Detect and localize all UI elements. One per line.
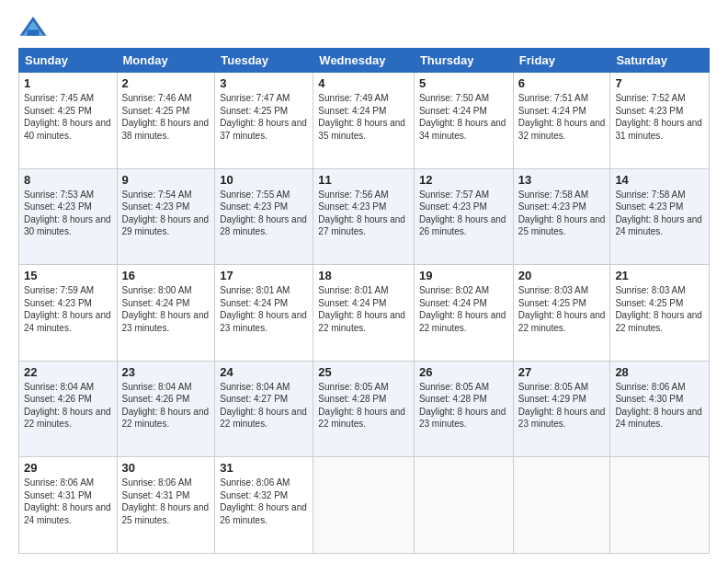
day-number: 28 <box>615 365 704 379</box>
day-info: Sunrise: 7:56 AMSunset: 4:23 PMDaylight:… <box>318 190 405 237</box>
logo <box>18 15 51 40</box>
day-number: 5 <box>419 76 508 90</box>
day-info: Sunrise: 8:06 AMSunset: 4:30 PMDaylight:… <box>615 382 702 430</box>
calendar-cell: 23Sunrise: 8:04 AMSunset: 4:26 PMDayligh… <box>117 361 215 457</box>
day-info: Sunrise: 7:47 AMSunset: 4:25 PMDaylight:… <box>220 93 307 141</box>
day-info: Sunrise: 7:55 AMSunset: 4:23 PMDaylight:… <box>220 190 307 237</box>
svg-rect-2 <box>28 29 40 35</box>
day-info: Sunrise: 8:04 AMSunset: 4:26 PMDaylight:… <box>24 382 111 430</box>
day-number: 18 <box>318 269 409 282</box>
day-number: 7 <box>615 76 704 90</box>
calendar-cell: 15Sunrise: 7:59 AMSunset: 4:23 PMDayligh… <box>19 265 118 362</box>
day-info: Sunrise: 7:52 AMSunset: 4:23 PMDaylight:… <box>615 93 702 141</box>
calendar-cell: 13Sunrise: 7:58 AMSunset: 4:23 PMDayligh… <box>513 168 610 265</box>
calendar-week-3: 15Sunrise: 7:59 AMSunset: 4:23 PMDayligh… <box>19 265 710 362</box>
calendar-cell: 17Sunrise: 8:01 AMSunset: 4:24 PMDayligh… <box>215 265 313 362</box>
day-info: Sunrise: 7:46 AMSunset: 4:25 PMDaylight:… <box>122 93 210 141</box>
day-number: 9 <box>122 173 210 187</box>
calendar-week-5: 29Sunrise: 8:06 AMSunset: 4:31 PMDayligh… <box>19 457 710 554</box>
calendar-week-2: 8Sunrise: 7:53 AMSunset: 4:23 PMDaylight… <box>19 168 710 265</box>
day-info: Sunrise: 8:06 AMSunset: 4:31 PMDaylight:… <box>122 477 210 525</box>
day-info: Sunrise: 7:45 AMSunset: 4:25 PMDaylight:… <box>24 93 111 141</box>
day-number: 25 <box>318 365 409 379</box>
calendar-cell: 27Sunrise: 8:05 AMSunset: 4:29 PMDayligh… <box>513 361 610 457</box>
day-number: 15 <box>24 269 112 282</box>
calendar-cell: 26Sunrise: 8:05 AMSunset: 4:28 PMDayligh… <box>414 361 513 457</box>
calendar-header-thursday: Thursday <box>414 49 513 73</box>
day-info: Sunrise: 8:02 AMSunset: 4:24 PMDaylight:… <box>419 285 506 333</box>
day-number: 13 <box>518 173 606 187</box>
day-number: 3 <box>220 76 308 90</box>
day-info: Sunrise: 8:04 AMSunset: 4:27 PMDaylight:… <box>220 382 307 430</box>
day-info: Sunrise: 8:06 AMSunset: 4:31 PMDaylight:… <box>24 477 111 525</box>
calendar-cell: 22Sunrise: 8:04 AMSunset: 4:26 PMDayligh… <box>19 361 118 457</box>
day-info: Sunrise: 7:51 AMSunset: 4:24 PMDaylight:… <box>518 93 606 141</box>
day-info: Sunrise: 8:03 AMSunset: 4:25 PMDaylight:… <box>615 285 702 333</box>
day-number: 6 <box>518 76 606 90</box>
day-number: 26 <box>419 365 508 379</box>
day-info: Sunrise: 8:05 AMSunset: 4:28 PMDaylight:… <box>419 382 506 430</box>
day-number: 14 <box>615 173 704 187</box>
day-info: Sunrise: 8:01 AMSunset: 4:24 PMDaylight:… <box>220 285 307 333</box>
day-info: Sunrise: 7:59 AMSunset: 4:23 PMDaylight:… <box>24 285 111 333</box>
day-info: Sunrise: 8:01 AMSunset: 4:24 PMDaylight:… <box>318 285 405 333</box>
day-number: 10 <box>220 173 308 187</box>
calendar-cell: 10Sunrise: 7:55 AMSunset: 4:23 PMDayligh… <box>215 168 313 265</box>
day-info: Sunrise: 8:05 AMSunset: 4:29 PMDaylight:… <box>518 382 606 430</box>
day-number: 1 <box>24 76 112 90</box>
calendar-cell: 16Sunrise: 8:00 AMSunset: 4:24 PMDayligh… <box>117 265 215 362</box>
logo-icon <box>18 15 48 40</box>
calendar-cell: 30Sunrise: 8:06 AMSunset: 4:31 PMDayligh… <box>117 457 215 554</box>
calendar-cell: 29Sunrise: 8:06 AMSunset: 4:31 PMDayligh… <box>19 457 118 554</box>
calendar-cell: 6Sunrise: 7:51 AMSunset: 4:24 PMDaylight… <box>513 73 610 169</box>
day-number: 20 <box>518 269 606 282</box>
day-info: Sunrise: 7:49 AMSunset: 4:24 PMDaylight:… <box>318 93 405 141</box>
calendar-cell: 9Sunrise: 7:54 AMSunset: 4:23 PMDaylight… <box>117 168 215 265</box>
calendar-cell: 12Sunrise: 7:57 AMSunset: 4:23 PMDayligh… <box>414 168 513 265</box>
calendar-cell: 5Sunrise: 7:50 AMSunset: 4:24 PMDaylight… <box>414 73 513 169</box>
calendar-week-1: 1Sunrise: 7:45 AMSunset: 4:25 PMDaylight… <box>19 73 710 169</box>
day-info: Sunrise: 7:58 AMSunset: 4:23 PMDaylight:… <box>518 190 606 237</box>
calendar-cell: 4Sunrise: 7:49 AMSunset: 4:24 PMDaylight… <box>313 73 415 169</box>
page: SundayMondayTuesdayWednesdayThursdayFrid… <box>0 0 728 563</box>
calendar-header-tuesday: Tuesday <box>215 49 313 73</box>
calendar-cell: 11Sunrise: 7:56 AMSunset: 4:23 PMDayligh… <box>313 168 415 265</box>
calendar-cell <box>610 457 710 554</box>
calendar-header-monday: Monday <box>117 49 215 73</box>
calendar-cell: 18Sunrise: 8:01 AMSunset: 4:24 PMDayligh… <box>313 265 415 362</box>
day-info: Sunrise: 8:03 AMSunset: 4:25 PMDaylight:… <box>518 285 606 333</box>
day-number: 4 <box>318 76 409 90</box>
calendar-cell: 21Sunrise: 8:03 AMSunset: 4:25 PMDayligh… <box>610 265 710 362</box>
calendar-cell: 19Sunrise: 8:02 AMSunset: 4:24 PMDayligh… <box>414 265 513 362</box>
day-info: Sunrise: 8:06 AMSunset: 4:32 PMDaylight:… <box>220 477 307 525</box>
day-number: 22 <box>24 365 112 379</box>
day-number: 31 <box>220 461 308 475</box>
calendar-week-4: 22Sunrise: 8:04 AMSunset: 4:26 PMDayligh… <box>19 361 710 457</box>
day-number: 30 <box>122 461 210 475</box>
day-number: 2 <box>122 76 210 90</box>
header <box>18 15 710 40</box>
day-number: 17 <box>220 269 308 282</box>
calendar-cell: 14Sunrise: 7:58 AMSunset: 4:23 PMDayligh… <box>610 168 710 265</box>
day-number: 24 <box>220 365 308 379</box>
day-number: 8 <box>24 173 112 187</box>
day-info: Sunrise: 8:00 AMSunset: 4:24 PMDaylight:… <box>122 285 210 333</box>
calendar: SundayMondayTuesdayWednesdayThursdayFrid… <box>18 48 710 554</box>
day-info: Sunrise: 7:57 AMSunset: 4:23 PMDaylight:… <box>419 190 506 237</box>
day-info: Sunrise: 7:58 AMSunset: 4:23 PMDaylight:… <box>615 190 702 237</box>
day-number: 29 <box>24 461 112 475</box>
day-number: 21 <box>615 269 704 282</box>
day-info: Sunrise: 7:53 AMSunset: 4:23 PMDaylight:… <box>24 190 111 237</box>
day-number: 27 <box>518 365 606 379</box>
calendar-cell: 7Sunrise: 7:52 AMSunset: 4:23 PMDaylight… <box>610 73 710 169</box>
calendar-cell: 31Sunrise: 8:06 AMSunset: 4:32 PMDayligh… <box>215 457 313 554</box>
calendar-cell: 2Sunrise: 7:46 AMSunset: 4:25 PMDaylight… <box>117 73 215 169</box>
calendar-header-saturday: Saturday <box>610 49 710 73</box>
day-info: Sunrise: 8:05 AMSunset: 4:28 PMDaylight:… <box>318 382 405 430</box>
calendar-cell <box>414 457 513 554</box>
calendar-cell: 24Sunrise: 8:04 AMSunset: 4:27 PMDayligh… <box>215 361 313 457</box>
calendar-cell: 3Sunrise: 7:47 AMSunset: 4:25 PMDaylight… <box>215 73 313 169</box>
day-number: 11 <box>318 173 409 187</box>
calendar-cell: 25Sunrise: 8:05 AMSunset: 4:28 PMDayligh… <box>313 361 415 457</box>
day-info: Sunrise: 8:04 AMSunset: 4:26 PMDaylight:… <box>122 382 210 430</box>
